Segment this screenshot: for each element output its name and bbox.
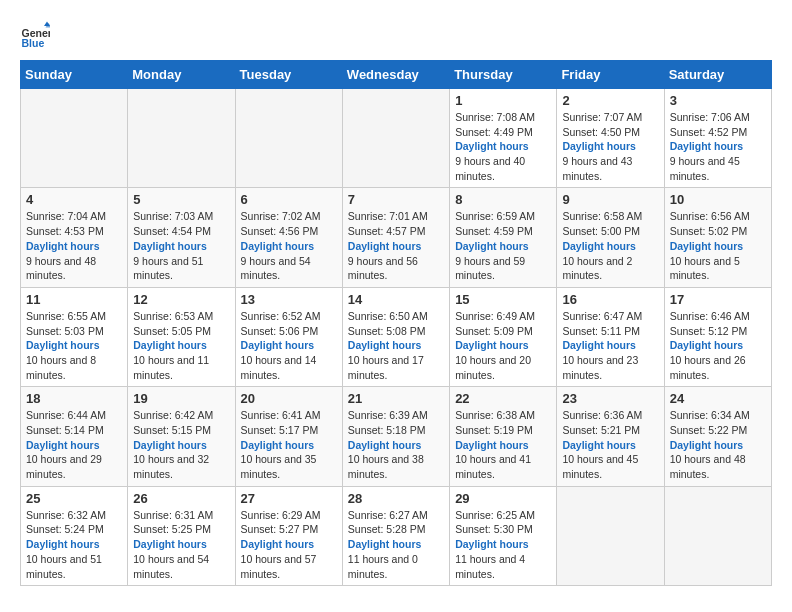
day-cell: 10 Sunrise: 6:56 AM Sunset: 5:02 PM Dayl… <box>664 188 771 287</box>
week-row-2: 4 Sunrise: 7:04 AM Sunset: 4:53 PM Dayli… <box>21 188 772 287</box>
day-number: 13 <box>241 292 337 307</box>
day-cell <box>235 89 342 188</box>
calendar-body: 1 Sunrise: 7:08 AM Sunset: 4:49 PM Dayli… <box>21 89 772 586</box>
day-detail: Sunrise: 6:52 AM Sunset: 5:06 PM Dayligh… <box>241 309 337 382</box>
day-detail: Sunrise: 6:47 AM Sunset: 5:11 PM Dayligh… <box>562 309 658 382</box>
day-number: 6 <box>241 192 337 207</box>
day-cell: 9 Sunrise: 6:58 AM Sunset: 5:00 PM Dayli… <box>557 188 664 287</box>
header-cell-monday: Monday <box>128 61 235 89</box>
day-number: 28 <box>348 491 444 506</box>
day-cell: 11 Sunrise: 6:55 AM Sunset: 5:03 PM Dayl… <box>21 287 128 386</box>
header-cell-saturday: Saturday <box>664 61 771 89</box>
calendar-header-row: SundayMondayTuesdayWednesdayThursdayFrid… <box>21 61 772 89</box>
day-number: 22 <box>455 391 551 406</box>
day-detail: Sunrise: 6:42 AM Sunset: 5:15 PM Dayligh… <box>133 408 229 481</box>
header-cell-tuesday: Tuesday <box>235 61 342 89</box>
day-cell: 21 Sunrise: 6:39 AM Sunset: 5:18 PM Dayl… <box>342 387 449 486</box>
header-cell-sunday: Sunday <box>21 61 128 89</box>
day-cell: 8 Sunrise: 6:59 AM Sunset: 4:59 PM Dayli… <box>450 188 557 287</box>
day-number: 16 <box>562 292 658 307</box>
day-number: 12 <box>133 292 229 307</box>
day-cell: 19 Sunrise: 6:42 AM Sunset: 5:15 PM Dayl… <box>128 387 235 486</box>
day-number: 27 <box>241 491 337 506</box>
header-cell-thursday: Thursday <box>450 61 557 89</box>
day-cell <box>21 89 128 188</box>
day-cell: 26 Sunrise: 6:31 AM Sunset: 5:25 PM Dayl… <box>128 486 235 585</box>
day-cell: 17 Sunrise: 6:46 AM Sunset: 5:12 PM Dayl… <box>664 287 771 386</box>
day-detail: Sunrise: 6:25 AM Sunset: 5:30 PM Dayligh… <box>455 508 551 581</box>
header-cell-wednesday: Wednesday <box>342 61 449 89</box>
day-detail: Sunrise: 7:06 AM Sunset: 4:52 PM Dayligh… <box>670 110 766 183</box>
day-cell: 24 Sunrise: 6:34 AM Sunset: 5:22 PM Dayl… <box>664 387 771 486</box>
day-detail: Sunrise: 6:50 AM Sunset: 5:08 PM Dayligh… <box>348 309 444 382</box>
calendar-table: SundayMondayTuesdayWednesdayThursdayFrid… <box>20 60 772 586</box>
day-cell <box>342 89 449 188</box>
day-cell <box>128 89 235 188</box>
day-detail: Sunrise: 7:04 AM Sunset: 4:53 PM Dayligh… <box>26 209 122 282</box>
day-detail: Sunrise: 7:07 AM Sunset: 4:50 PM Dayligh… <box>562 110 658 183</box>
day-cell: 25 Sunrise: 6:32 AM Sunset: 5:24 PM Dayl… <box>21 486 128 585</box>
day-cell <box>557 486 664 585</box>
day-number: 4 <box>26 192 122 207</box>
day-number: 9 <box>562 192 658 207</box>
day-number: 21 <box>348 391 444 406</box>
day-number: 18 <box>26 391 122 406</box>
day-number: 5 <box>133 192 229 207</box>
day-number: 1 <box>455 93 551 108</box>
day-cell: 4 Sunrise: 7:04 AM Sunset: 4:53 PM Dayli… <box>21 188 128 287</box>
day-detail: Sunrise: 6:41 AM Sunset: 5:17 PM Dayligh… <box>241 408 337 481</box>
day-detail: Sunrise: 6:38 AM Sunset: 5:19 PM Dayligh… <box>455 408 551 481</box>
day-cell: 3 Sunrise: 7:06 AM Sunset: 4:52 PM Dayli… <box>664 89 771 188</box>
day-detail: Sunrise: 6:55 AM Sunset: 5:03 PM Dayligh… <box>26 309 122 382</box>
day-detail: Sunrise: 7:08 AM Sunset: 4:49 PM Dayligh… <box>455 110 551 183</box>
day-cell: 7 Sunrise: 7:01 AM Sunset: 4:57 PM Dayli… <box>342 188 449 287</box>
day-cell: 20 Sunrise: 6:41 AM Sunset: 5:17 PM Dayl… <box>235 387 342 486</box>
day-detail: Sunrise: 6:44 AM Sunset: 5:14 PM Dayligh… <box>26 408 122 481</box>
day-cell: 2 Sunrise: 7:07 AM Sunset: 4:50 PM Dayli… <box>557 89 664 188</box>
day-cell: 14 Sunrise: 6:50 AM Sunset: 5:08 PM Dayl… <box>342 287 449 386</box>
day-detail: Sunrise: 7:02 AM Sunset: 4:56 PM Dayligh… <box>241 209 337 282</box>
day-detail: Sunrise: 6:58 AM Sunset: 5:00 PM Dayligh… <box>562 209 658 282</box>
day-number: 23 <box>562 391 658 406</box>
day-cell: 27 Sunrise: 6:29 AM Sunset: 5:27 PM Dayl… <box>235 486 342 585</box>
day-detail: Sunrise: 6:31 AM Sunset: 5:25 PM Dayligh… <box>133 508 229 581</box>
day-detail: Sunrise: 6:27 AM Sunset: 5:28 PM Dayligh… <box>348 508 444 581</box>
day-number: 25 <box>26 491 122 506</box>
day-detail: Sunrise: 6:59 AM Sunset: 4:59 PM Dayligh… <box>455 209 551 282</box>
header-cell-friday: Friday <box>557 61 664 89</box>
day-number: 8 <box>455 192 551 207</box>
day-cell: 13 Sunrise: 6:52 AM Sunset: 5:06 PM Dayl… <box>235 287 342 386</box>
day-number: 26 <box>133 491 229 506</box>
day-detail: Sunrise: 6:39 AM Sunset: 5:18 PM Dayligh… <box>348 408 444 481</box>
day-cell: 18 Sunrise: 6:44 AM Sunset: 5:14 PM Dayl… <box>21 387 128 486</box>
day-detail: Sunrise: 6:29 AM Sunset: 5:27 PM Dayligh… <box>241 508 337 581</box>
day-cell <box>664 486 771 585</box>
day-cell: 6 Sunrise: 7:02 AM Sunset: 4:56 PM Dayli… <box>235 188 342 287</box>
day-number: 15 <box>455 292 551 307</box>
week-row-5: 25 Sunrise: 6:32 AM Sunset: 5:24 PM Dayl… <box>21 486 772 585</box>
day-detail: Sunrise: 6:34 AM Sunset: 5:22 PM Dayligh… <box>670 408 766 481</box>
week-row-4: 18 Sunrise: 6:44 AM Sunset: 5:14 PM Dayl… <box>21 387 772 486</box>
day-detail: Sunrise: 6:46 AM Sunset: 5:12 PM Dayligh… <box>670 309 766 382</box>
day-cell: 5 Sunrise: 7:03 AM Sunset: 4:54 PM Dayli… <box>128 188 235 287</box>
day-number: 17 <box>670 292 766 307</box>
day-number: 2 <box>562 93 658 108</box>
day-number: 14 <box>348 292 444 307</box>
day-number: 3 <box>670 93 766 108</box>
day-detail: Sunrise: 7:01 AM Sunset: 4:57 PM Dayligh… <box>348 209 444 282</box>
day-detail: Sunrise: 6:32 AM Sunset: 5:24 PM Dayligh… <box>26 508 122 581</box>
day-number: 7 <box>348 192 444 207</box>
day-detail: Sunrise: 6:36 AM Sunset: 5:21 PM Dayligh… <box>562 408 658 481</box>
day-detail: Sunrise: 6:56 AM Sunset: 5:02 PM Dayligh… <box>670 209 766 282</box>
day-number: 11 <box>26 292 122 307</box>
svg-text:Blue: Blue <box>22 37 45 49</box>
logo: General Blue <box>20 20 54 50</box>
day-cell: 12 Sunrise: 6:53 AM Sunset: 5:05 PM Dayl… <box>128 287 235 386</box>
day-cell: 22 Sunrise: 6:38 AM Sunset: 5:19 PM Dayl… <box>450 387 557 486</box>
day-detail: Sunrise: 6:49 AM Sunset: 5:09 PM Dayligh… <box>455 309 551 382</box>
day-cell: 28 Sunrise: 6:27 AM Sunset: 5:28 PM Dayl… <box>342 486 449 585</box>
day-number: 19 <box>133 391 229 406</box>
day-detail: Sunrise: 6:53 AM Sunset: 5:05 PM Dayligh… <box>133 309 229 382</box>
day-cell: 23 Sunrise: 6:36 AM Sunset: 5:21 PM Dayl… <box>557 387 664 486</box>
page-header: General Blue <box>20 20 772 50</box>
